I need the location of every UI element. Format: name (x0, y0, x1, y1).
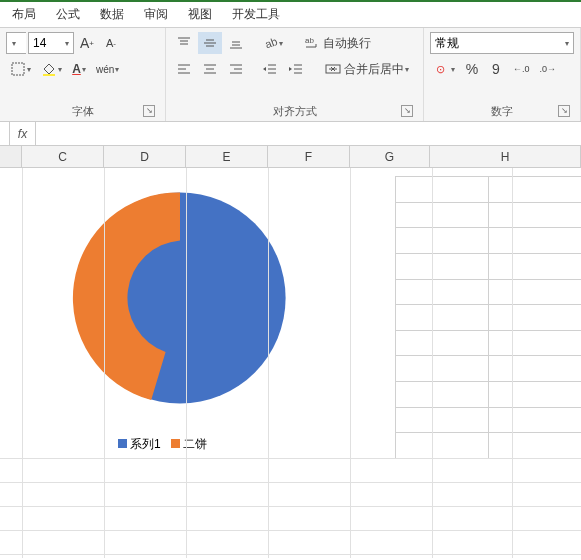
legend-item: 二饼 (171, 436, 207, 453)
tab-layout[interactable]: 布局 (2, 2, 46, 27)
align-left-button[interactable] (172, 58, 196, 80)
column-headers: C D E F G H (0, 146, 581, 168)
indent-inc-icon (288, 61, 304, 77)
font-color-button[interactable]: A▾ (68, 58, 90, 80)
percent-button[interactable]: % (461, 58, 483, 80)
align-bottom-icon (228, 35, 244, 51)
shrink-font-button[interactable]: A- (100, 32, 122, 54)
increase-decimal-button[interactable]: ←.0 (509, 58, 534, 80)
chart-legend: 系列1 二饼 (118, 436, 207, 453)
merge-center-button[interactable]: 合并后居中▾ (318, 58, 416, 80)
col-header[interactable]: D (104, 146, 186, 167)
group-font-label: 字体↘ (6, 102, 159, 119)
font-launcher[interactable]: ↘ (143, 105, 155, 117)
worksheet: C D E F G H 系列1 二饼 (0, 146, 581, 558)
wrap-text-button[interactable]: ab自动换行 (297, 32, 378, 54)
comma-button[interactable]: 9 (485, 58, 507, 80)
number-launcher[interactable]: ↘ (558, 105, 570, 117)
orientation-icon: ab (262, 35, 278, 51)
indent-dec-icon (262, 61, 278, 77)
bucket-icon (41, 61, 57, 77)
select-all-corner[interactable] (0, 146, 22, 167)
currency-icon: ⊙ (434, 61, 450, 77)
tab-view[interactable]: 视图 (178, 2, 222, 27)
grow-font-button[interactable]: A+ (76, 32, 98, 54)
name-box[interactable] (0, 122, 10, 145)
ribbon-tabs: 布局 公式 数据 审阅 视图 开发工具 (0, 2, 581, 28)
floating-grid-overlay[interactable] (395, 176, 581, 458)
group-font: ▾ 14▾ A+ A- ▾ ▾ A▾ wén▾ 字体↘ (0, 28, 166, 121)
col-header[interactable]: F (268, 146, 350, 167)
align-launcher[interactable]: ↘ (401, 105, 413, 117)
align-center-button[interactable] (198, 58, 222, 80)
currency-button[interactable]: ⊙▾ (430, 58, 459, 80)
align-center-icon (202, 61, 218, 77)
align-middle-icon (202, 35, 218, 51)
font-family-select[interactable]: ▾ (6, 32, 26, 54)
svg-text:⊙: ⊙ (436, 63, 445, 75)
formula-bar: fx (0, 122, 581, 146)
svg-rect-1 (43, 74, 55, 76)
fx-label[interactable]: fx (10, 122, 36, 145)
group-align-label: 对齐方式↘ (172, 102, 417, 119)
tab-devtools[interactable]: 开发工具 (222, 2, 290, 27)
pie-chart-svg (60, 178, 300, 418)
svg-text:ab: ab (263, 35, 278, 50)
font-size-value: 14 (33, 36, 46, 50)
group-align: ab▾ ab自动换行 合并后居中▾ 对齐方式↘ (166, 28, 424, 121)
tab-formula[interactable]: 公式 (46, 2, 90, 27)
align-right-button[interactable] (224, 58, 248, 80)
ribbon: ▾ 14▾ A+ A- ▾ ▾ A▾ wén▾ 字体↘ ab▾ (0, 28, 581, 122)
border-icon (10, 61, 26, 77)
merge-label: 合并后居中 (344, 61, 404, 78)
align-left-icon (176, 61, 192, 77)
tab-review[interactable]: 审阅 (134, 2, 178, 27)
col-header[interactable]: G (350, 146, 430, 167)
col-header[interactable]: H (430, 146, 581, 167)
legend-label: 系列1 (130, 437, 161, 451)
border-button[interactable]: ▾ (6, 58, 35, 80)
col-header[interactable]: E (186, 146, 268, 167)
legend-item: 系列1 (118, 436, 161, 453)
align-top-icon (176, 35, 192, 51)
fill-color-button[interactable]: ▾ (37, 58, 66, 80)
indent-decrease-button[interactable] (258, 58, 282, 80)
svg-rect-0 (12, 63, 24, 75)
merge-icon (325, 61, 341, 77)
indent-increase-button[interactable] (284, 58, 308, 80)
align-bottom-button[interactable] (224, 32, 248, 54)
legend-swatch-icon (118, 439, 127, 448)
align-right-icon (228, 61, 244, 77)
orientation-button[interactable]: ab▾ (258, 32, 287, 54)
tab-data[interactable]: 数据 (90, 2, 134, 27)
phonetic-button[interactable]: wén▾ (92, 58, 123, 80)
wrap-icon: ab (304, 35, 320, 51)
group-number-label: 数字↘ (430, 102, 574, 119)
group-number: 常规▾ ⊙▾ % 9 ←.0 .0→ 数字↘ (424, 28, 581, 121)
col-header[interactable]: C (22, 146, 104, 167)
legend-swatch-icon (171, 439, 180, 448)
align-middle-button[interactable] (198, 32, 222, 54)
wrap-label: 自动换行 (323, 35, 371, 52)
font-size-select[interactable]: 14▾ (28, 32, 74, 54)
pie-chart[interactable] (60, 178, 360, 458)
number-format-select[interactable]: 常规▾ (430, 32, 574, 54)
cell-grid[interactable]: 系列1 二饼 (0, 168, 581, 558)
align-top-button[interactable] (172, 32, 196, 54)
svg-text:ab: ab (305, 36, 314, 45)
decrease-decimal-button[interactable]: .0→ (536, 58, 561, 80)
formula-input[interactable] (36, 122, 581, 145)
number-format-value: 常规 (435, 35, 459, 52)
